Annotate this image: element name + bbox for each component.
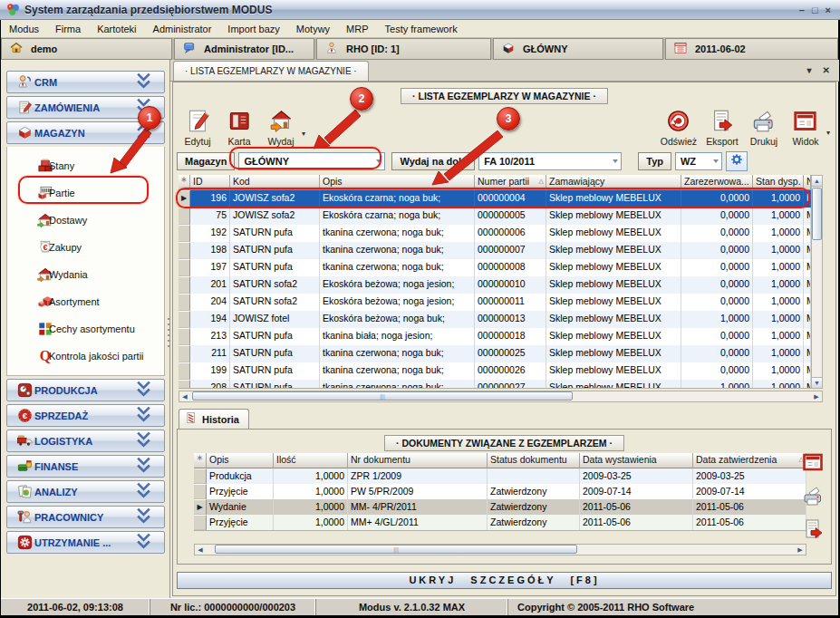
table-row[interactable]: Przyjęcie1,0000MM+ 4/GL/2011Zatwierdzony… <box>194 515 806 530</box>
column-header-data-wystawienia[interactable]: Data wystawienia <box>580 453 693 468</box>
column-header-status-dokumentu[interactable]: Status dokumentu <box>488 453 580 468</box>
edit-button[interactable]: Edytuj <box>177 107 218 147</box>
column-header-nr-dokumentu[interactable]: Nr dokumentu <box>348 453 488 468</box>
hide-details-button[interactable]: UKRYJ SZCZEGÓŁY [F8] <box>177 572 832 589</box>
scroll-right-icon[interactable]: ▶ <box>811 391 822 401</box>
table-row[interactable]: 75JOWISZ sofa2Ekoskóra czarna; noga buk;… <box>179 208 811 225</box>
sidebar-group-finanse[interactable]: FINANSE <box>6 455 165 478</box>
export-button[interactable]: Eksport <box>701 107 743 147</box>
user-segment[interactable]: Administrator [ID... <box>174 38 314 60</box>
issue-button[interactable]: Wydaj <box>260 107 302 147</box>
wydaj-na-dok-label[interactable]: Wydaj na dok. <box>391 152 475 170</box>
firm-segment[interactable]: RHO [ID: 1] <box>316 38 491 60</box>
vscroll-thumb[interactable] <box>812 188 822 240</box>
scroll-left-icon[interactable]: ◀ <box>179 391 190 401</box>
column-header-id[interactable]: ID <box>190 175 230 190</box>
sidebar-group-analizy[interactable]: ANALIZY <box>6 480 165 503</box>
sidebar-item-wydania[interactable]: Wydania <box>7 261 164 288</box>
column-header-data-zatwierdzenia[interactable]: Data zatwierdzenia△ <box>693 453 806 468</box>
table-row[interactable]: 198SATURN pufatkanina czerwona; noga buk… <box>179 242 811 259</box>
maximize-button[interactable]: □ <box>812 4 818 16</box>
hscroll-thumb[interactable]: ||| <box>215 545 577 554</box>
typ-label[interactable]: Typ <box>638 152 671 170</box>
menu-item-kartoteki[interactable]: Kartoteki <box>89 22 144 36</box>
table-row[interactable]: 213SATURN pufatkanina biała; noga jesion… <box>179 328 811 345</box>
print-button[interactable]: Drukuj <box>743 107 785 147</box>
scroll-right-icon[interactable]: ▶ <box>795 545 806 555</box>
issue-dropdown-icon[interactable]: ▾ <box>302 130 305 138</box>
dokument-combobox[interactable]: FA 10/2011 <box>478 152 622 170</box>
table-row[interactable]: 211SATURN pufatkanina czerwona; noga buk… <box>179 345 811 362</box>
view-button[interactable]: Widok <box>785 107 826 147</box>
sidebar-item-kontrola-jakości-partii[interactable]: QKontrola jakości partii <box>7 343 164 370</box>
typ-combobox[interactable]: WZ <box>675 152 722 170</box>
sidebar-group-pracownicy[interactable]: PRACOWNICY <box>6 506 165 528</box>
column-header-kod[interactable]: Kod <box>230 175 320 190</box>
table-row[interactable]: 197SATURN pufatkanina czerwona; noga buk… <box>179 259 811 276</box>
sidebar-group-magazyn[interactable]: MAGAZYN <box>6 121 165 144</box>
doc-export-button[interactable] <box>802 518 824 544</box>
items-table-vscrollbar[interactable]: ▲ ▼ <box>811 175 823 389</box>
column-header-zamawiający[interactable]: Zamawiający <box>546 175 681 190</box>
column-header-ilość[interactable]: Ilość <box>274 453 348 468</box>
magazyn-label[interactable]: Magazyn <box>177 152 235 170</box>
table-row[interactable]: 192SATURN pufatkanina czerwona; noga buk… <box>179 225 811 242</box>
sidebar-item-zakupy[interactable]: €Zakupy <box>7 234 164 261</box>
column-header-stan-dysp-[interactable]: Stan dysp. <box>753 175 804 190</box>
card-button[interactable]: Karta <box>218 107 260 147</box>
menu-item-administrator[interactable]: Administrator <box>145 22 220 36</box>
company-segment[interactable]: demo <box>1 38 172 60</box>
menu-item-motywy[interactable]: Motywy <box>288 22 338 36</box>
column-header-n[interactable]: N <box>804 175 811 190</box>
table-row[interactable]: Produkcja1,0000ZPR 1/20092009-03-252009-… <box>194 468 806 484</box>
sidebar-group-logistyka[interactable]: LOGISTYKA <box>6 430 165 452</box>
items-table-hscrollbar[interactable]: ◀ ||| ▶ <box>179 391 823 402</box>
minimize-button[interactable]: – <box>799 4 805 16</box>
scroll-down-icon[interactable]: ▼ <box>812 377 822 388</box>
sidebar-group-produkcja[interactable]: PRODUKCJA <box>6 379 165 401</box>
tab-lista-egzemplarzy[interactable]: · LISTA EGZEMPLARZY W MAGAZYNIE · <box>173 61 369 81</box>
menu-item-mrp[interactable]: MRP <box>338 22 376 36</box>
table-row[interactable]: 199SATURN pufatkanina czerwona; noga buk… <box>179 362 811 380</box>
menu-item-firma[interactable]: Firma <box>47 22 89 36</box>
table-row[interactable]: Przyjęcie1,0000PW 5/PR/2009Zatwierdzony2… <box>194 484 806 499</box>
column-header-opis[interactable]: Opis <box>320 175 475 190</box>
sidebar-item-partie[interactable]: Partie <box>7 179 164 207</box>
column-header-numer-partii[interactable]: Numer partii△ <box>475 175 546 190</box>
warehouse-segment[interactable]: GŁÓWNY <box>493 38 663 60</box>
table-row[interactable]: ▶Wydanie1,0000MM- 4/PR/2011Zatwierdzony2… <box>194 499 806 515</box>
sidebar-item-dostawy[interactable]: Dostawy <box>7 207 164 234</box>
tab-list-dropdown-icon[interactable]: ▾ <box>807 65 812 75</box>
table-row[interactable]: 201SATURN sofa2Ekoskóra beżowa; noga jes… <box>179 276 811 294</box>
date-segment[interactable]: 2011-06-02 <box>665 38 838 60</box>
sidebar-group-utrzymanie-[interactable]: UTRZYMANIE ... <box>6 531 165 554</box>
menu-item-modus[interactable]: Modus <box>1 22 47 36</box>
tab-close-icon[interactable]: ✕ <box>823 65 830 75</box>
doc-print-button[interactable] <box>802 485 824 510</box>
sidebar-item-asortyment[interactable]: Asortyment <box>7 288 164 315</box>
sidebar-item-cechy-asortymentu[interactable]: Cechy asortymentu <box>7 315 164 343</box>
documents-table-hscrollbar[interactable]: ◀ ||| ▶ <box>194 544 806 555</box>
column-header-opis[interactable]: Opis <box>207 453 274 468</box>
scroll-up-icon[interactable]: ▲ <box>812 176 822 187</box>
sidebar-group-crm[interactable]: CRM <box>6 71 165 93</box>
tab-historia[interactable]: Historia <box>179 409 249 429</box>
view-dropdown-icon[interactable]: ▾ <box>826 129 830 137</box>
hscroll-thumb[interactable]: ||| <box>192 391 573 401</box>
table-row[interactable]: 208SATURN pufatkanina czerwona; noga buk… <box>179 380 811 389</box>
sidebar-group-zamówienia[interactable]: ZAMÓWIENIA <box>6 96 165 119</box>
refresh-button[interactable]: Odśwież <box>656 107 701 147</box>
sidebar-group-sprzedaż[interactable]: €SPRZEDAŻ <box>6 404 165 427</box>
filter-settings-button[interactable] <box>726 151 748 171</box>
sidebar-item-stany[interactable]: Stany <box>7 152 164 179</box>
menu-item-testy-framework[interactable]: Testy framework <box>377 22 466 36</box>
scroll-left-icon[interactable]: ◀ <box>195 545 206 555</box>
doc-view-button[interactable] <box>802 451 824 477</box>
table-row[interactable]: ▶196JOWISZ sofa2Ekoskóra czarna; noga bu… <box>179 190 811 208</box>
menu-item-import-bazy[interactable]: Import bazy <box>219 22 287 36</box>
close-button[interactable]: × <box>826 4 831 16</box>
magazyn-combobox[interactable]: GŁÓWNY <box>238 152 385 170</box>
table-row[interactable]: 194JOWISZ fotelEkoskóra beżowa; noga buk… <box>179 311 811 328</box>
column-header-zarezerwowa-[interactable]: Zarezerwowa... <box>681 175 753 190</box>
table-row[interactable]: 204SATURN sofa2Ekoskóra beżowa; noga jes… <box>179 294 811 311</box>
